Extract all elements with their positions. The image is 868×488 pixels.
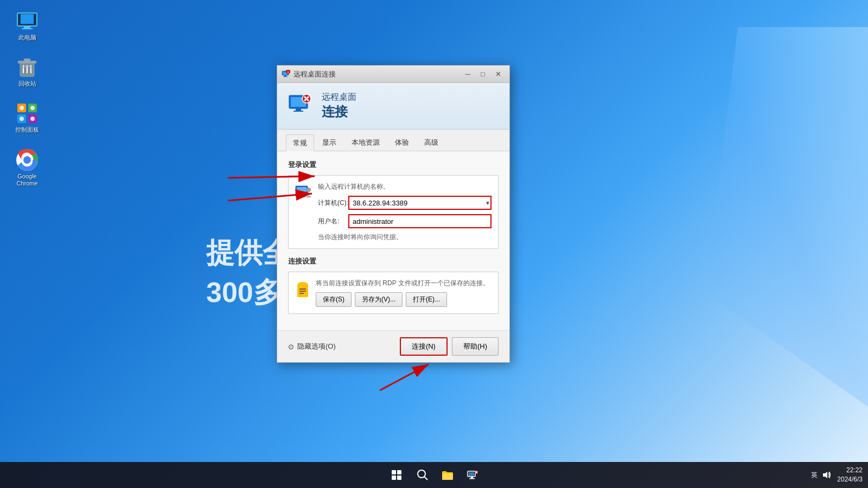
- save-button[interactable]: 保存(S): [316, 292, 352, 307]
- system-tray: 英: [811, 470, 832, 480]
- start-button[interactable]: [385, 463, 409, 487]
- login-hint-text: 输入远程计算机的名称。: [318, 182, 492, 191]
- dialog-title-text: 远程桌面连接: [293, 69, 336, 79]
- svg-rect-35: [298, 196, 305, 197]
- conn-hint-text: 将当前连接设置保存到 RDP 文件或打开一个已保存的连接。: [316, 279, 492, 288]
- username-input[interactable]: [348, 214, 492, 228]
- desktop-icon-control-panel[interactable]: 控制面板: [8, 100, 46, 136]
- svg-point-44: [418, 470, 425, 478]
- help-button[interactable]: 帮助(H): [452, 337, 499, 356]
- dialog-footer: ⊙ 隐藏选项(O) 连接(N) 帮助(H): [277, 330, 509, 362]
- computer-label: 计算机(C):: [318, 198, 348, 208]
- svg-rect-24: [283, 76, 288, 77]
- tab-experience[interactable]: 体验: [388, 134, 416, 151]
- windows-icon: [392, 470, 401, 480]
- computer-dropdown-arrow[interactable]: ▼: [485, 200, 490, 206]
- dialog-header: 远程桌面 连接: [277, 83, 509, 130]
- svg-rect-34: [300, 195, 303, 196]
- network-icon: [467, 469, 478, 481]
- computer-input-wrapper: ▼: [348, 196, 492, 210]
- footer-buttons: 连接(N) 帮助(H): [400, 337, 499, 356]
- rdp-dialog: X 远程桌面连接 ─ □ ✕: [277, 65, 510, 363]
- taskbar: 英 22:22 2024/6/3: [0, 462, 868, 488]
- username-field-row: 用户名:: [318, 214, 492, 228]
- username-input-wrapper: [348, 214, 492, 228]
- svg-rect-37: [299, 288, 306, 290]
- recycle-bin-label: 回收站: [18, 80, 36, 87]
- login-section-inner: 输入远程计算机的名称。 计算机(C): ▼ 用户名:: [295, 182, 492, 242]
- search-button[interactable]: [412, 464, 433, 486]
- tab-local-resources[interactable]: 本地资源: [344, 134, 387, 151]
- svg-rect-2: [24, 26, 30, 28]
- username-label: 用户名:: [318, 217, 348, 226]
- svg-rect-49: [471, 477, 473, 478]
- conn-section-content: 将当前连接设置保存到 RDP 文件或打开一个已保存的连接。 保存(S) 另存为(…: [316, 279, 492, 307]
- computer-icon: [16, 10, 38, 32]
- svg-rect-23: [284, 75, 286, 76]
- taskbar-center: [385, 463, 483, 487]
- desktop-icon-recycle-bin[interactable]: 回收站: [8, 54, 46, 89]
- hide-options-label: 隐藏选项(O): [297, 342, 336, 351]
- computer-input[interactable]: [348, 196, 492, 210]
- login-section-icon: [295, 184, 312, 204]
- maximize-button[interactable]: □: [476, 68, 490, 80]
- decorative-light: [705, 27, 868, 407]
- hide-options-chevron: ⊙: [288, 343, 294, 351]
- chrome-icon: [16, 149, 38, 171]
- open-button[interactable]: 打开(E)...: [406, 292, 447, 307]
- dialog-main-title: 连接: [322, 103, 356, 120]
- svg-rect-1: [21, 14, 34, 24]
- tab-advanced[interactable]: 高级: [417, 134, 445, 151]
- search-icon: [417, 469, 429, 481]
- svg-rect-50: [469, 478, 475, 479]
- computer-icon-label: 此电脑: [18, 34, 36, 41]
- svg-rect-48: [469, 472, 474, 476]
- computer-field-row: 计算机(C): ▼: [318, 196, 492, 210]
- dialog-body: 登录设置 输入远: [277, 151, 509, 330]
- desktop: 提供全 300多 此电脑: [0, 0, 868, 488]
- svg-line-45: [424, 477, 427, 480]
- dialog-subtitle: 远程桌面: [322, 92, 356, 103]
- recycle-bin-icon: [16, 56, 38, 78]
- tab-general[interactable]: 常规: [286, 134, 314, 151]
- hide-options-area[interactable]: ⊙ 隐藏选项(O): [288, 342, 336, 351]
- save-as-button[interactable]: 另存为(V)...: [355, 292, 403, 307]
- taskbar-right: 英 22:22 2024/6/3: [811, 466, 863, 484]
- rdp-title-icon: X: [282, 70, 290, 79]
- dialog-header-text: 远程桌面 连接: [322, 92, 356, 120]
- svg-rect-46: [442, 473, 453, 480]
- svg-point-13: [30, 106, 35, 110]
- tab-display[interactable]: 显示: [315, 134, 343, 151]
- note-text: 当你连接时将向你询问凭据。: [318, 233, 492, 242]
- svg-rect-33: [297, 187, 307, 194]
- volume-icon: [822, 470, 832, 480]
- login-section-box: 输入远程计算机的名称。 计算机(C): ▼ 用户名:: [288, 175, 499, 249]
- connect-button[interactable]: 连接(N): [400, 337, 448, 356]
- svg-line-43: [380, 364, 429, 390]
- conn-section-inner: 将当前连接设置保存到 RDP 文件或打开一个已保存的连接。 保存(S) 另存为(…: [295, 279, 492, 307]
- folder-icon: [442, 470, 454, 480]
- conn-section-icon: [295, 281, 310, 300]
- svg-rect-27: [296, 108, 301, 111]
- rdp-header-icon: [288, 93, 314, 119]
- svg-rect-38: [299, 291, 306, 292]
- svg-marker-54: [823, 472, 827, 478]
- login-section-content: 输入远程计算机的名称。 计算机(C): ▼ 用户名:: [318, 182, 492, 242]
- desktop-icon-this-computer[interactable]: 此电脑: [8, 8, 46, 43]
- control-panel-label: 控制面板: [15, 126, 39, 133]
- title-left: X 远程桌面连接: [282, 69, 336, 79]
- network-button[interactable]: [462, 464, 483, 486]
- desktop-icon-area: 此电脑 回收站: [0, 0, 54, 197]
- control-panel-icon: [16, 102, 38, 124]
- svg-rect-7: [24, 59, 30, 61]
- file-explorer-button[interactable]: [437, 464, 458, 486]
- conn-buttons: 保存(S) 另存为(V)... 打开(E)...: [316, 292, 492, 307]
- close-button[interactable]: ✕: [491, 68, 505, 80]
- language-indicator: 英: [811, 471, 818, 480]
- desktop-icon-google-chrome[interactable]: GoogleChrome: [8, 147, 46, 189]
- minimize-button[interactable]: ─: [461, 68, 475, 80]
- time-display: 22:22: [837, 466, 863, 475]
- svg-rect-3: [22, 28, 33, 29]
- dialog-controls: ─ □ ✕: [461, 68, 505, 80]
- chrome-icon-label: GoogleChrome: [16, 173, 37, 187]
